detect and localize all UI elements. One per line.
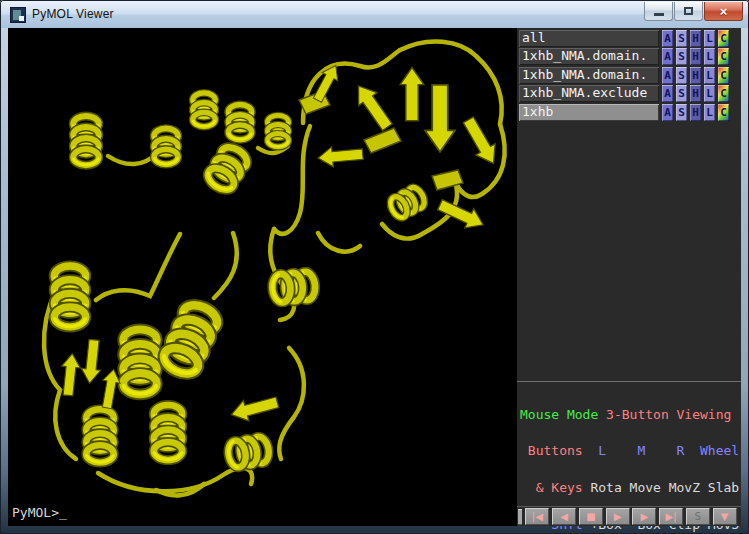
hide-menu-button[interactable]: H bbox=[690, 48, 701, 65]
action-menu-button[interactable]: A bbox=[662, 85, 673, 102]
object-row: 1xhb_NMA.exclude A S H L C bbox=[519, 85, 741, 102]
pymol-viewer-window: PyMOL Viewer × bbox=[0, 0, 749, 534]
hide-menu-button[interactable]: H bbox=[690, 85, 701, 102]
action-menu-button[interactable]: A bbox=[662, 48, 673, 65]
object-row-all: all A S H L C bbox=[519, 30, 741, 47]
close-button[interactable]: × bbox=[704, 2, 743, 21]
object-name[interactable]: 1xhb bbox=[519, 104, 659, 121]
object-name[interactable]: 1xhb_NMA.domain. bbox=[519, 48, 659, 65]
action-menu-button[interactable]: A bbox=[662, 30, 673, 47]
object-name[interactable]: 1xhb_NMA.domain. bbox=[519, 67, 659, 84]
object-row: 1xhb_NMA.domain. A S H L C bbox=[519, 67, 741, 84]
hide-menu-button[interactable]: H bbox=[690, 104, 701, 121]
minimize-icon bbox=[654, 13, 664, 16]
color-menu-button[interactable]: C bbox=[718, 85, 729, 102]
object-row-1xhb: 1xhb A S H L C bbox=[519, 104, 741, 121]
step-forward-button[interactable]: ▶ bbox=[632, 508, 656, 525]
molecule-viewport[interactable]: PyMOL>_ bbox=[8, 28, 517, 526]
go-to-end-icon: ▶| bbox=[666, 512, 677, 522]
side-panel: all A S H L C 1xhb_NMA.domain. A S H L C… bbox=[517, 28, 741, 526]
app-icon bbox=[10, 7, 26, 23]
step-back-button[interactable]: ◀ bbox=[552, 508, 576, 525]
play-icon: ▶ bbox=[614, 512, 622, 522]
window-title: PyMOL Viewer bbox=[32, 7, 114, 21]
scene-s-button[interactable]: S bbox=[686, 508, 710, 525]
mouse-mode-header[interactable]: Mouse Mode 3-Button Viewing bbox=[520, 409, 741, 421]
color-menu-button[interactable]: C bbox=[718, 67, 729, 84]
color-menu-button[interactable]: C bbox=[718, 48, 729, 65]
protein-cartoon bbox=[8, 28, 517, 526]
mouse-mode-panel: Mouse Mode 3-Button Viewing Buttons L M … bbox=[517, 381, 741, 506]
command-prompt: PyMOL>_ bbox=[12, 505, 67, 520]
hide-menu-button[interactable]: H bbox=[690, 30, 701, 47]
title-bar[interactable]: PyMOL Viewer × bbox=[1, 1, 748, 28]
label-menu-button[interactable]: L bbox=[704, 48, 715, 65]
object-name[interactable]: all bbox=[519, 30, 659, 47]
maximize-icon bbox=[684, 7, 693, 15]
play-button[interactable]: ▶ bbox=[606, 508, 630, 525]
mouse-buttons-row: Buttons L M R Wheel bbox=[520, 445, 741, 457]
go-to-start-icon: |◀ bbox=[532, 512, 543, 522]
go-to-start-button[interactable]: |◀ bbox=[525, 508, 549, 525]
show-menu-button[interactable]: S bbox=[676, 30, 687, 47]
show-menu-button[interactable]: S bbox=[676, 48, 687, 65]
go-to-end-button[interactable]: ▶| bbox=[659, 508, 683, 525]
object-name[interactable]: 1xhb_NMA.exclude bbox=[519, 85, 659, 102]
maximize-button[interactable] bbox=[674, 2, 703, 21]
mouse-keys-row: & Keys Rota Move MovZ Slab bbox=[520, 482, 741, 494]
step-forward-icon: ▶ bbox=[641, 512, 649, 522]
playback-bar: |◀ ◀ ■ ▶ ▶ ▶| S ▼ bbox=[517, 506, 741, 526]
window-content: PyMOL>_ all A S H L C 1xhb_NMA.domain. A… bbox=[8, 28, 741, 526]
close-icon: × bbox=[720, 5, 728, 18]
playback-grip bbox=[518, 509, 522, 525]
label-menu-button[interactable]: L bbox=[704, 30, 715, 47]
scene-s-label: S bbox=[695, 511, 702, 522]
step-back-icon: ◀ bbox=[560, 512, 568, 522]
color-menu-button[interactable]: C bbox=[718, 104, 729, 121]
minimize-button[interactable] bbox=[644, 2, 673, 21]
caption-buttons: × bbox=[643, 2, 743, 21]
action-menu-button[interactable]: A bbox=[662, 104, 673, 121]
stop-icon: ■ bbox=[586, 512, 595, 522]
movie-menu-button[interactable]: ▼ bbox=[713, 508, 737, 525]
stop-button[interactable]: ■ bbox=[579, 508, 603, 525]
object-list: all A S H L C 1xhb_NMA.domain. A S H L C… bbox=[517, 28, 741, 121]
label-menu-button[interactable]: L bbox=[704, 104, 715, 121]
action-menu-button[interactable]: A bbox=[662, 67, 673, 84]
show-menu-button[interactable]: S bbox=[676, 104, 687, 121]
menu-down-icon: ▼ bbox=[721, 512, 729, 522]
show-menu-button[interactable]: S bbox=[676, 67, 687, 84]
object-row: 1xhb_NMA.domain. A S H L C bbox=[519, 48, 741, 65]
hide-menu-button[interactable]: H bbox=[690, 67, 701, 84]
label-menu-button[interactable]: L bbox=[704, 85, 715, 102]
color-menu-button[interactable]: C bbox=[718, 30, 729, 47]
show-menu-button[interactable]: S bbox=[676, 85, 687, 102]
label-menu-button[interactable]: L bbox=[704, 67, 715, 84]
